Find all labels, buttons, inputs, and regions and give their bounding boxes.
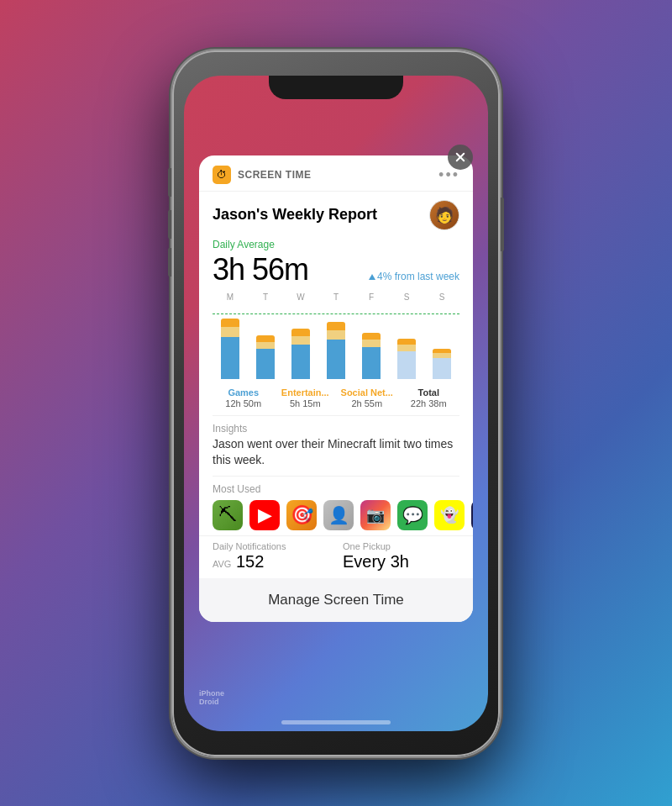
widget-header-left: ⏱ SCREEN TIME [213, 166, 312, 184]
pickup-label: One Pickup [343, 541, 459, 551]
chart-area [213, 305, 459, 381]
app-tv[interactable]: 📺 [471, 500, 473, 530]
bar-wednesday [289, 305, 312, 379]
cat-total-name: Total [398, 387, 460, 398]
report-header: Jason's Weekly Report 🧑 [199, 192, 473, 235]
report-title: Jason's Weekly Report [213, 206, 377, 224]
page-background: ⏱ SCREEN TIME ••• Jason's Weekly Report … [0, 0, 672, 806]
cat-social: Social Net... 2h 55m [336, 387, 398, 408]
notch [269, 76, 403, 99]
day-m: M [218, 292, 242, 302]
watermark-text: iPhoneDroid [199, 689, 224, 706]
daily-time-row: 3h 56m 4% from last week [213, 252, 459, 287]
manage-button-wrap: Manage Screen Time [199, 578, 473, 622]
notifications-number: 152 [236, 552, 264, 571]
bar-monday [218, 305, 242, 379]
day-t2: T [324, 292, 348, 302]
bar-saturday [395, 305, 418, 379]
cat-entertain-name: Entertain... [275, 387, 337, 398]
chart-days: M T W T F S S [213, 292, 459, 302]
daily-time-value: 3h 56m [213, 252, 308, 287]
arrow-up-icon [369, 274, 375, 280]
widget-card: ⏱ SCREEN TIME ••• Jason's Weekly Report … [199, 155, 473, 622]
insights-text: Jason went over their Minecraft limit tw… [213, 436, 459, 469]
app-snapchat[interactable]: 👻 [434, 500, 465, 530]
cat-entertain-time: 5h 15m [275, 398, 337, 408]
watermark: iPhoneDroid [199, 689, 224, 706]
chart-limit-line [213, 313, 459, 314]
cat-games-name: Games [213, 387, 275, 398]
stat-notifications: Daily Notifications AVG 152 [213, 541, 329, 572]
cat-social-time: 2h 55m [336, 398, 398, 408]
cat-entertain: Entertain... 5h 15m [275, 387, 337, 408]
daily-change-text: 4% from last week [377, 271, 459, 282]
cat-games-time: 12h 50m [213, 398, 275, 408]
chart-section: M T W T F S S [199, 287, 473, 382]
manage-screen-time-button[interactable]: Manage Screen Time [199, 578, 473, 622]
cat-social-name: Social Net... [336, 387, 398, 398]
phone-device: ⏱ SCREEN TIME ••• Jason's Weekly Report … [172, 50, 500, 756]
cat-total-time: 22h 38m [398, 398, 460, 408]
day-t1: T [254, 292, 277, 302]
app-icons-row: ⛏ ▶ 🎯 👤 📷 [213, 500, 459, 530]
notifications-label: Daily Notifications [213, 541, 329, 551]
daily-change: 4% from last week [369, 271, 459, 282]
most-used-label: Most Used [213, 483, 459, 495]
day-s2: S [430, 292, 454, 302]
day-f: F [360, 292, 383, 302]
bar-thursday [324, 305, 348, 379]
app-minecraft[interactable]: ⛏ [213, 500, 243, 530]
insights-label: Insights [213, 423, 459, 435]
most-used-section: Most Used ⛏ ▶ 🎯 👤 [199, 480, 473, 535]
bar-sunday [430, 305, 454, 379]
app-photos[interactable]: 👤 [323, 500, 354, 530]
bar-tuesday [254, 305, 277, 379]
stats-row: Daily Notifications AVG 152 One Pickup E… [199, 535, 473, 578]
divider-2 [213, 476, 459, 477]
category-labels: Games 12h 50m Entertain... 5h 15m Social… [199, 382, 473, 412]
screen-time-app-icon: ⏱ [213, 166, 231, 184]
notifications-value: AVG 152 [213, 552, 329, 572]
stat-pickup: One Pickup Every 3h [343, 541, 459, 572]
insights-section: Insights Jason went over their Minecraft… [199, 419, 473, 472]
pickup-value: Every 3h [343, 552, 459, 572]
home-indicator [281, 720, 391, 724]
widget-title: SCREEN TIME [238, 169, 312, 181]
app-youtube[interactable]: ▶ [249, 500, 280, 530]
avg-prefix: AVG [213, 559, 231, 569]
divider-1 [213, 415, 459, 416]
chart-bars [213, 305, 459, 381]
bar-friday [360, 305, 383, 379]
cat-total: Total 22h 38m [398, 387, 460, 408]
day-s1: S [395, 292, 418, 302]
day-w: W [289, 292, 312, 302]
phone-screen: ⏱ SCREEN TIME ••• Jason's Weekly Report … [184, 76, 488, 731]
cat-games: Games 12h 50m [213, 387, 275, 408]
app-messages[interactable]: 💬 [397, 500, 428, 530]
app-instagram[interactable]: 📷 [360, 500, 391, 530]
avatar: 🧑 [429, 200, 459, 230]
app-game2[interactable]: 🎯 [286, 500, 317, 530]
widget-header: ⏱ SCREEN TIME ••• [199, 155, 473, 192]
close-button[interactable] [448, 145, 473, 170]
daily-average-label: Daily Average [213, 239, 459, 250]
daily-average-section: Daily Average 3h 56m 4% from last week [199, 235, 473, 287]
